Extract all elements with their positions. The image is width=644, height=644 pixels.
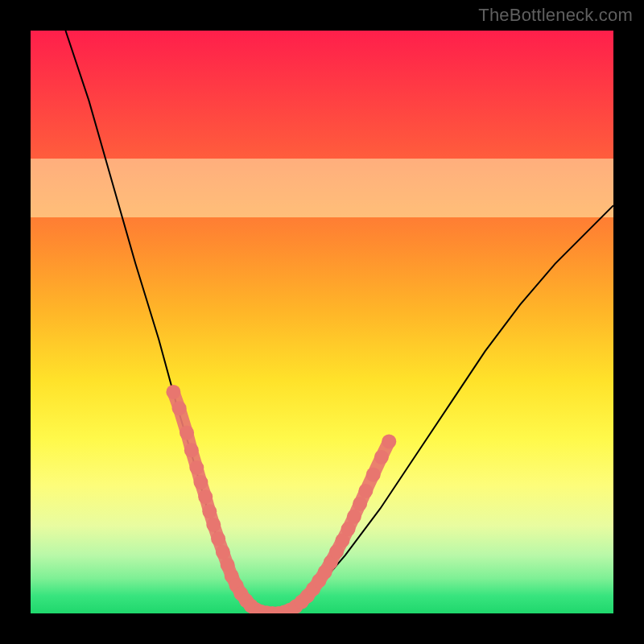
left-cluster-point xyxy=(180,426,194,440)
right-cluster-point xyxy=(382,434,396,448)
right-cluster-point xyxy=(347,510,361,524)
right-cluster-point xyxy=(358,484,373,498)
left-cluster-point xyxy=(166,385,180,399)
plot-area xyxy=(31,31,613,613)
left-cluster-point xyxy=(189,460,204,475)
left-cluster-point xyxy=(206,518,221,532)
left-cluster-point xyxy=(211,531,225,546)
left-cluster-point xyxy=(198,489,213,504)
left-cluster-point xyxy=(202,504,217,518)
left-cluster-point xyxy=(184,443,199,457)
watermark-text: TheBottleneck.com xyxy=(478,5,633,26)
right-cluster-point xyxy=(374,450,389,464)
left-cluster-point xyxy=(172,401,187,415)
chart-svg xyxy=(31,31,613,613)
left-cluster-point xyxy=(193,475,208,489)
bottleneck-curve xyxy=(65,31,613,613)
right-cluster-point xyxy=(353,497,367,511)
right-cluster-point xyxy=(366,468,381,482)
left-cluster-point xyxy=(216,545,230,559)
chart-stage: TheBottleneck.com xyxy=(0,0,644,644)
left-cluster-beads xyxy=(173,392,255,609)
